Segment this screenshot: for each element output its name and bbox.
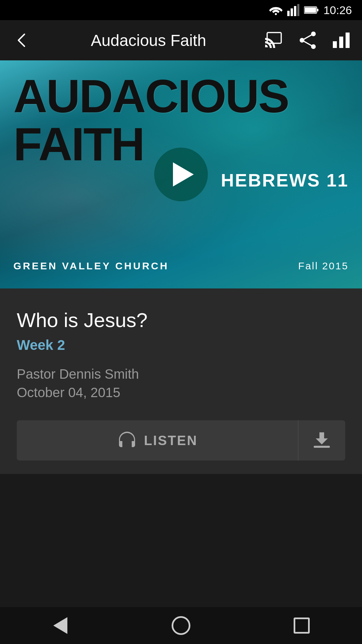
share-button[interactable] xyxy=(297,30,318,51)
back-nav-icon xyxy=(53,617,67,634)
home-nav-button[interactable] xyxy=(164,612,198,639)
cast-button[interactable] xyxy=(263,30,285,51)
nav-bar: Audacious Faith xyxy=(0,20,362,60)
svg-rect-4 xyxy=(297,4,299,16)
back-button[interactable] xyxy=(10,29,34,52)
status-icons: 10:26 xyxy=(269,4,352,17)
svg-line-13 xyxy=(302,40,313,47)
svg-rect-15 xyxy=(339,37,343,48)
svg-rect-6 xyxy=(305,7,316,13)
svg-rect-14 xyxy=(333,41,337,48)
headphone-icon xyxy=(117,430,137,450)
status-bar: 10:26 xyxy=(0,0,362,20)
share-icon xyxy=(299,31,317,49)
svg-rect-8 xyxy=(267,33,281,43)
sermon-title: Who is Jesus? xyxy=(17,309,345,332)
home-nav-icon xyxy=(172,616,190,635)
download-icon xyxy=(312,431,331,450)
nav-actions xyxy=(263,30,352,51)
action-row: LISTEN xyxy=(17,420,345,461)
play-button[interactable] xyxy=(154,148,208,201)
stats-icon xyxy=(332,32,350,49)
play-icon xyxy=(173,162,194,186)
svg-rect-1 xyxy=(287,11,290,16)
listen-label: LISTEN xyxy=(144,433,197,448)
svg-rect-16 xyxy=(346,33,350,48)
content-section: Who is Jesus? Week 2 Pastor Dennis Smith… xyxy=(0,288,362,474)
page-title: Audacious Faith xyxy=(40,31,257,50)
svg-rect-3 xyxy=(294,6,296,16)
back-nav-button[interactable] xyxy=(44,612,77,639)
svg-rect-2 xyxy=(291,8,293,16)
recents-nav-button[interactable] xyxy=(285,612,318,639)
svg-rect-17 xyxy=(314,446,330,448)
svg-line-12 xyxy=(302,34,313,40)
sermon-pastor: Pastor Dennis Smith xyxy=(17,367,345,382)
listen-button[interactable]: LISTEN xyxy=(17,420,298,461)
svg-point-0 xyxy=(275,13,277,15)
cast-icon xyxy=(264,32,284,49)
signal-icon xyxy=(287,4,299,16)
wifi-icon xyxy=(269,5,283,15)
sermon-week: Week 2 xyxy=(17,337,345,353)
battery-icon xyxy=(304,6,319,14)
video-season: Fall 2015 xyxy=(298,260,349,272)
bottom-nav xyxy=(0,607,362,644)
recents-nav-icon xyxy=(294,618,310,634)
stats-button[interactable] xyxy=(330,30,352,51)
sermon-date: October 04, 2015 xyxy=(17,385,345,400)
video-church: Green Valley Church xyxy=(13,260,169,272)
status-time: 10:26 xyxy=(323,4,352,17)
svg-rect-7 xyxy=(317,9,318,11)
download-button[interactable] xyxy=(298,420,345,461)
video-hero: AUDACIOUS FAITH HEBREWS 11 Green Valley … xyxy=(0,60,362,288)
video-title-line1: AUDACIOUS xyxy=(13,74,349,118)
